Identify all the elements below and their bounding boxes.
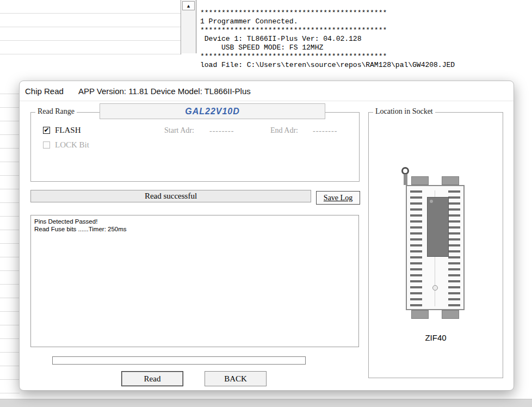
read-range-label: Read Range (35, 107, 77, 116)
progress-bar (52, 356, 306, 365)
up-arrow-icon: ▲ (186, 3, 191, 9)
socket-lever-stem (404, 174, 407, 185)
socket-handle-right (442, 176, 459, 185)
lock-bit-checkbox[interactable] (43, 141, 50, 149)
result-log-area[interactable]: Pins Detected Passed! Read Fuse bits ...… (30, 215, 359, 347)
pane-divider (196, 0, 196, 53)
socket-type-label: ZIF40 (369, 333, 503, 342)
socket-handle-left (411, 176, 429, 185)
location-in-socket-group: Location in Socket ZIF40 (368, 112, 503, 378)
console-line: Device 1: TL866II-Plus Ver: 04.02.128 (200, 35, 532, 44)
location-in-socket-label: Location in Socket (373, 107, 435, 116)
back-button[interactable]: BACK (205, 371, 267, 386)
socket-foot-left (411, 310, 429, 319)
socket-screw (432, 285, 438, 291)
end-adr-value: -------- (313, 127, 337, 135)
lock-bit-label: LOCK Bit (55, 140, 89, 150)
console-line: USB SPEED MODE: FS 12MHZ (200, 44, 532, 52)
status-text: Read successful (145, 192, 197, 201)
dialog-title: Chip Read (25, 87, 64, 96)
check-icon: ✔ (44, 127, 49, 133)
bottom-bar (0, 399, 532, 407)
dialog-subtitle: APP Version: 11.81 Device Model: TL866II… (78, 87, 251, 96)
console-line: ****************************************… (200, 26, 532, 35)
chip-read-dialog: Chip Read APP Version: 11.81 Device Mode… (19, 81, 514, 391)
save-log-button[interactable]: Save Log (316, 191, 360, 205)
chip-name: GAL22V10D (185, 107, 240, 116)
background-table-rows (0, 81, 20, 394)
start-adr-value: -------- (209, 127, 234, 135)
socket-lever-icon (401, 167, 409, 175)
vertical-scrollbar[interactable]: ▲ (182, 0, 195, 53)
status-bar: Read successful (30, 190, 311, 202)
log-line: Pins Detected Passed! (34, 218, 355, 225)
background-buffer-table (0, 0, 181, 54)
chip-name-tab: GAL22V10D (100, 103, 325, 119)
socket-foot-right (442, 310, 459, 319)
socket-body (406, 185, 465, 310)
flash-checkbox[interactable]: ✔ (43, 127, 50, 134)
pin1-indicator (430, 200, 433, 203)
end-adr-label: End Adr: (270, 126, 298, 135)
socket-pin-column-right (448, 190, 460, 306)
console-line: ****************************************… (200, 52, 532, 61)
scroll-up-button[interactable]: ▲ (182, 1, 195, 10)
start-adr-label: Start Adr: (164, 126, 194, 135)
read-range-group: Read Range ✔ FLASH LOCK Bit Start Adr: -… (30, 112, 360, 182)
console-line: ****************************************… (200, 9, 532, 17)
socket-pin-column-left (410, 190, 422, 306)
console-line: load File: C:\Users\teren\source\repos\R… (200, 61, 532, 70)
log-line: Read Fuse bits ......Timer: 250ms (34, 225, 355, 233)
dialog-titlebar: Chip Read APP Version: 11.81 Device Mode… (20, 81, 514, 101)
flash-label: FLASH (55, 126, 81, 135)
log-console: ****************************************… (197, 9, 532, 74)
zif-socket-graphic (398, 164, 474, 328)
read-button[interactable]: Read (121, 371, 183, 386)
console-line: 1 Programmer Connected. (200, 17, 532, 26)
inserted-chip (427, 197, 449, 257)
